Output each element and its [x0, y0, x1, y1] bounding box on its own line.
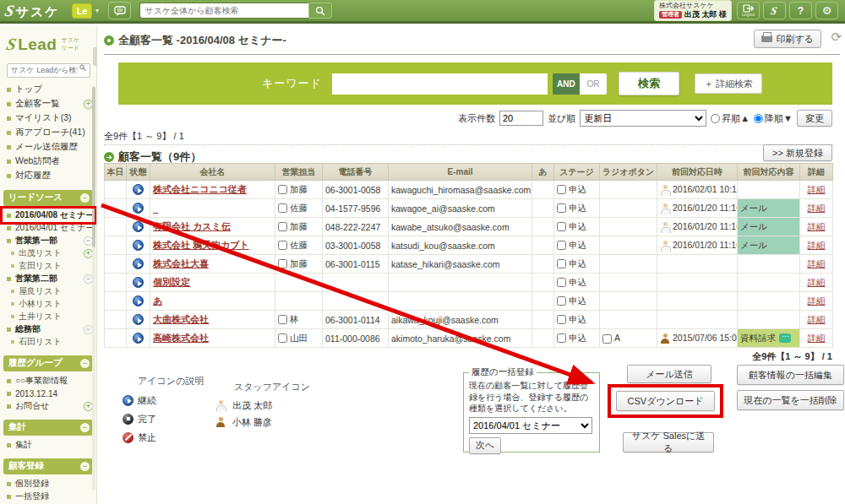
stage-checkbox[interactable] [557, 315, 566, 324]
last-contact-type: メール [740, 221, 767, 231]
settings-gear-icon[interactable]: ⚙ [815, 2, 838, 19]
company-link[interactable]: 個別設定 [153, 277, 190, 287]
sidebar-item[interactable]: 集計 [0, 439, 96, 452]
sidebar-scrollbar-thumb[interactable] [92, 87, 95, 247]
sidebar-item[interactable]: 屋良リスト [0, 285, 96, 298]
search-icon[interactable]: 🔍︎ [79, 63, 87, 73]
staff-checkbox[interactable] [278, 203, 287, 213]
staff-checkbox[interactable] [278, 241, 287, 250]
stage-checkbox[interactable] [557, 241, 566, 250]
sidebar-item[interactable]: 玄田リスト [0, 260, 96, 273]
chat-icon[interactable] [108, 2, 131, 19]
sidebar-item[interactable]: 出茂リスト+ [0, 247, 96, 260]
collapse-minus-icon[interactable]: − [80, 359, 90, 368]
lead-product-badge[interactable]: Le [72, 3, 93, 19]
detail-link[interactable]: 詳細 [808, 333, 826, 343]
sidebar-item[interactable]: 営業第二部− [0, 273, 96, 285]
company-link[interactable]: あ [153, 295, 162, 306]
send-to-sales-button[interactable]: サスケ Salesに送る [623, 432, 714, 453]
print-button[interactable]: 印刷する [754, 30, 821, 48]
and-toggle[interactable]: AND [553, 73, 580, 95]
advanced-search-button[interactable]: ＋ 詳細検索 [695, 73, 762, 94]
send-mail-button[interactable]: メール送信 [627, 365, 711, 383]
sidebar-nav-item[interactable]: Web訪問者 [0, 154, 96, 169]
bulk-delete-button[interactable]: 現在の一覧を一括削除 [737, 390, 844, 410]
collapse-minus-icon[interactable]: − [80, 193, 90, 203]
sort-desc-radio[interactable]: 降順▼ [754, 112, 793, 125]
detail-link[interactable]: 詳細 [808, 221, 826, 231]
sidebar-section-header[interactable]: リードソース− [3, 190, 93, 206]
chevron-down-icon[interactable]: ▼ [94, 8, 100, 14]
sidebar-item[interactable]: 石田リスト [0, 336, 96, 349]
sidebar-nav-item[interactable]: マイリスト(3) [0, 111, 96, 126]
sidebar-section-header[interactable]: 顧客登録− [3, 458, 93, 474]
stage-checkbox[interactable] [557, 203, 566, 213]
bulk-history-select[interactable]: 2016/04/01 セミナー [469, 417, 592, 434]
logout-button[interactable]: Logout [737, 2, 760, 19]
staff-checkbox[interactable] [278, 333, 287, 343]
company-link[interactable]: 有限会社 カスミ伝 [153, 221, 231, 231]
detail-link[interactable]: 詳細 [808, 240, 826, 250]
sidebar-item[interactable]: 個別登録 [0, 478, 96, 490]
sidebar-nav-item[interactable]: 再アプローチ(41) [0, 126, 96, 140]
sidebar-item[interactable]: 土井リスト [0, 311, 96, 323]
staff-checkbox[interactable] [278, 185, 287, 194]
help-button[interactable]: ? [789, 2, 812, 19]
sidebar-item[interactable]: お問合せ+ [0, 400, 96, 413]
stage-checkbox[interactable] [557, 296, 566, 306]
stage-checkbox[interactable] [557, 333, 566, 343]
staff-checkbox[interactable] [278, 315, 287, 324]
sort-select[interactable]: 更新日 [580, 110, 706, 127]
sidebar-section-header[interactable]: 履歴グループ− [3, 355, 93, 371]
stage-checkbox[interactable] [557, 185, 566, 194]
stage-checkbox[interactable] [557, 278, 566, 287]
sidebar-collapse-handle[interactable] [93, 47, 97, 66]
sidebar-section-header[interactable]: 集計− [3, 420, 93, 436]
per-page-input[interactable] [499, 111, 543, 126]
sidebar-item[interactable]: 2016/04/01 セミナー [0, 222, 96, 235]
detail-link[interactable]: 詳細 [808, 203, 826, 213]
company-link[interactable]: 株式会社大喜 [153, 258, 209, 268]
csv-download-button[interactable]: CSVダウンロード [616, 391, 715, 411]
sidebar-nav-item[interactable]: トップ [0, 83, 96, 97]
collapse-minus-icon[interactable]: − [80, 423, 90, 432]
stage-checkbox[interactable] [557, 259, 566, 268]
sidebar-item[interactable]: 一括登録 [0, 490, 96, 503]
company-link[interactable]: 株式会社 鴉天狗カブト [153, 240, 249, 250]
stage-checkbox[interactable] [557, 222, 566, 231]
sidebar-item[interactable]: 2016/04/08 セミナー [0, 209, 96, 222]
radio-option-checkbox[interactable] [602, 334, 612, 344]
sidebar-item[interactable]: 総務部− [0, 323, 96, 336]
sidebar-nav-item[interactable]: 対応履歴 [0, 169, 96, 183]
sasuke-home-button[interactable]: S [763, 2, 786, 19]
global-search-input[interactable] [139, 3, 308, 19]
detail-link[interactable]: 詳細 [808, 277, 826, 287]
sidebar-item[interactable]: ○○事業部情報 [0, 375, 96, 387]
search-icon[interactable] [308, 3, 332, 19]
next-button[interactable]: 次へ [469, 437, 501, 454]
company-link[interactable]: 高崎株式会社 [153, 333, 209, 343]
detail-link[interactable]: 詳細 [808, 258, 826, 268]
new-register-button[interactable]: >> 新規登録 [763, 144, 832, 161]
sidebar-nav-item[interactable]: メール送信履歴 [0, 140, 96, 154]
detail-link[interactable]: 詳細 [808, 184, 826, 194]
detail-link[interactable]: 詳細 [808, 295, 826, 306]
change-button[interactable]: 変更 [797, 110, 832, 127]
sidebar-nav-item[interactable]: 全顧客一覧+ [0, 97, 96, 111]
or-toggle[interactable]: OR [580, 73, 607, 95]
staff-checkbox[interactable] [278, 222, 287, 231]
bulk-edit-button[interactable]: 顧客情報の一括編集 [737, 365, 844, 385]
search-button[interactable]: 検索 [619, 72, 679, 95]
sidebar-item[interactable]: 営業第一部− [0, 235, 96, 247]
company-link[interactable]: _ [153, 203, 158, 214]
refresh-icon[interactable]: ⟳ [831, 30, 842, 43]
sort-asc-radio[interactable]: 昇順▲ [711, 112, 750, 125]
staff-checkbox[interactable] [278, 259, 287, 268]
collapse-minus-icon[interactable]: − [80, 462, 90, 471]
company-link[interactable]: 大曲株式会社 [153, 314, 209, 324]
keyword-input[interactable] [332, 73, 548, 95]
sidebar-item[interactable]: 小林リスト [0, 298, 96, 311]
sidebar-item[interactable]: 2013.12.14 [0, 387, 96, 400]
detail-link[interactable]: 詳細 [808, 314, 826, 324]
company-link[interactable]: 株式会社ニコニコ従者 [153, 184, 247, 194]
